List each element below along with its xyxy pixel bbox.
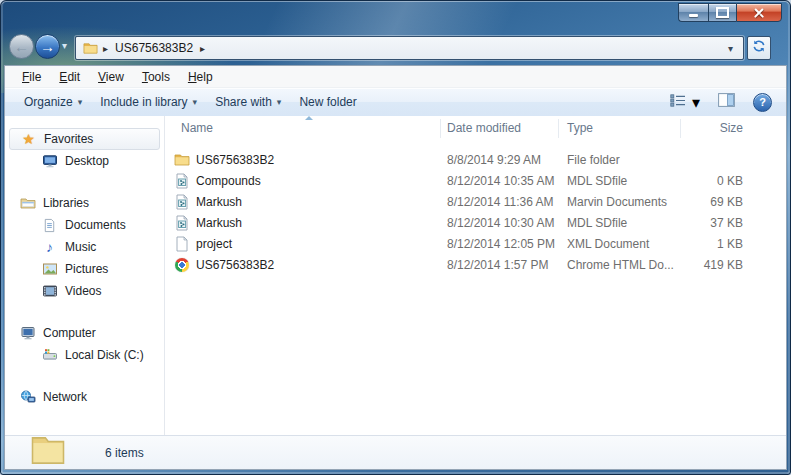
maximize-icon bbox=[716, 7, 729, 18]
back-button[interactable]: ← bbox=[9, 34, 34, 59]
explorer-body: ★ Favorites Desktop Libraries bbox=[5, 116, 786, 436]
sidebar-item-network[interactable]: Network bbox=[5, 386, 164, 408]
preview-pane-button[interactable] bbox=[714, 90, 739, 114]
sidebar-item-label: Network bbox=[43, 390, 87, 404]
file-row[interactable]: project 8/12/2014 12:05 PM XML Document … bbox=[165, 233, 786, 254]
breadcrumb-separator-icon[interactable]: ▸ bbox=[98, 43, 113, 54]
file-row[interactable]: Compounds 8/12/2014 10:35 AM MDL SDfile … bbox=[165, 170, 786, 191]
command-toolbar: Organize ▾ Include in library ▾ Share wi… bbox=[5, 88, 786, 117]
minimize-button[interactable] bbox=[678, 3, 708, 22]
folder-icon bbox=[174, 152, 190, 168]
preview-pane-icon bbox=[718, 93, 735, 111]
sidebar-item-label: Desktop bbox=[65, 154, 109, 168]
client-area: File Edit View Tools Help Organize ▾ Inc… bbox=[4, 65, 787, 470]
column-header-type[interactable]: Type bbox=[559, 119, 681, 138]
sidebar-item-computer[interactable]: Computer bbox=[5, 322, 164, 344]
sdfile-icon bbox=[174, 173, 190, 189]
star-icon: ★ bbox=[20, 131, 37, 147]
computer-icon bbox=[19, 325, 36, 341]
breadcrumb-current-folder[interactable]: US6756383B2 bbox=[113, 41, 195, 55]
local-disk-icon bbox=[41, 347, 58, 363]
change-view-button[interactable]: ▾ bbox=[666, 90, 704, 115]
sidebar-item-pictures[interactable]: Pictures bbox=[5, 258, 164, 280]
menu-edit[interactable]: Edit bbox=[50, 67, 89, 87]
file-list-pane: Name Date modified Type Size US6756383B2 bbox=[165, 116, 786, 436]
file-type: Chrome HTML Do... bbox=[559, 258, 681, 272]
chevron-down-icon: ▾ bbox=[277, 97, 282, 107]
menu-tools[interactable]: Tools bbox=[133, 67, 179, 87]
help-icon: ? bbox=[753, 93, 772, 112]
sidebar-item-videos[interactable]: Videos bbox=[5, 280, 164, 302]
sidebar-item-favorites[interactable]: ★ Favorites bbox=[9, 128, 160, 150]
address-history-dropdown[interactable]: ▾ bbox=[724, 43, 737, 54]
sidebar-item-music[interactable]: ♪ Music bbox=[5, 236, 164, 258]
organize-button[interactable]: Organize ▾ bbox=[15, 92, 91, 112]
breadcrumb-separator-icon[interactable]: ▸ bbox=[195, 43, 210, 54]
file-date-modified: 8/12/2014 11:36 AM bbox=[441, 195, 559, 209]
chrome-icon bbox=[174, 257, 190, 273]
status-bar: 6 items bbox=[5, 435, 786, 469]
file-rows: US6756383B2 8/8/2014 9:29 AM File folder… bbox=[165, 149, 786, 275]
sidebar-item-desktop[interactable]: Desktop bbox=[5, 150, 164, 172]
file-size: 419 KB bbox=[681, 258, 751, 272]
address-bar[interactable]: ▸ US6756383B2 ▸ ▾ bbox=[75, 36, 744, 60]
refresh-button[interactable] bbox=[747, 36, 771, 60]
file-row[interactable]: US6756383B2 8/12/2014 1:57 PM Chrome HTM… bbox=[165, 254, 786, 275]
file-name: Markush bbox=[196, 216, 242, 230]
chevron-down-icon: ▾ bbox=[692, 93, 700, 112]
sidebar-item-label: Libraries bbox=[43, 196, 89, 210]
sidebar-item-label: Documents bbox=[65, 218, 126, 232]
sidebar-item-local-disk-c[interactable]: Local Disk (C:) bbox=[5, 344, 164, 366]
file-type: MDL SDfile bbox=[559, 216, 681, 230]
forward-button[interactable]: → bbox=[35, 34, 60, 59]
sidebar-item-label: Videos bbox=[65, 284, 101, 298]
address-folder-icon bbox=[82, 40, 98, 56]
documents-icon bbox=[41, 218, 58, 233]
file-type: File folder bbox=[559, 153, 681, 167]
include-in-library-button[interactable]: Include in library ▾ bbox=[91, 92, 206, 112]
column-header-size[interactable]: Size bbox=[681, 119, 751, 138]
file-type: MDL SDfile bbox=[559, 174, 681, 188]
file-name: Compounds bbox=[196, 174, 261, 188]
file-row[interactable]: Markush 8/12/2014 11:36 AM Marvin Docume… bbox=[165, 191, 786, 212]
refresh-icon bbox=[752, 39, 766, 57]
sidebar-item-label: Pictures bbox=[65, 262, 108, 276]
close-button[interactable] bbox=[736, 3, 782, 22]
sdfile-icon bbox=[174, 194, 190, 210]
network-icon bbox=[19, 389, 36, 405]
close-icon bbox=[753, 7, 765, 19]
file-date-modified: 8/12/2014 1:57 PM bbox=[441, 258, 559, 272]
sdfile-icon bbox=[174, 215, 190, 231]
file-name: US6756383B2 bbox=[196, 153, 274, 167]
music-note-icon: ♪ bbox=[41, 239, 58, 255]
menu-help[interactable]: Help bbox=[179, 67, 222, 87]
sort-ascending-icon bbox=[305, 116, 313, 120]
file-type: XML Document bbox=[559, 237, 681, 251]
file-size: 37 KB bbox=[681, 216, 751, 230]
minimize-icon bbox=[689, 14, 698, 17]
new-folder-label: New folder bbox=[299, 95, 356, 109]
sidebar-item-documents[interactable]: Documents bbox=[5, 214, 164, 236]
file-row[interactable]: US6756383B2 8/8/2014 9:29 AM File folder bbox=[165, 149, 786, 170]
file-size: 69 KB bbox=[681, 195, 751, 209]
file-date-modified: 8/12/2014 10:30 AM bbox=[441, 216, 559, 230]
navigation-pane: ★ Favorites Desktop Libraries bbox=[5, 116, 165, 436]
column-header-name[interactable]: Name bbox=[165, 119, 441, 138]
column-header-date-modified[interactable]: Date modified bbox=[441, 119, 559, 138]
share-with-button[interactable]: Share with ▾ bbox=[206, 92, 290, 112]
xml-document-icon bbox=[174, 236, 190, 252]
menu-file[interactable]: File bbox=[13, 67, 50, 87]
sidebar-item-libraries[interactable]: Libraries bbox=[5, 192, 164, 214]
maximize-button[interactable] bbox=[708, 3, 736, 22]
menu-view[interactable]: View bbox=[89, 67, 133, 87]
videos-icon bbox=[41, 283, 58, 299]
forward-arrow-icon: → bbox=[40, 38, 55, 55]
help-button[interactable]: ? bbox=[749, 90, 776, 115]
recent-pages-dropdown[interactable]: ▾ bbox=[62, 40, 67, 51]
file-row[interactable]: Markush 8/12/2014 10:30 AM MDL SDfile 37… bbox=[165, 212, 786, 233]
sidebar-item-label: Computer bbox=[43, 326, 96, 340]
file-size: 0 KB bbox=[681, 174, 751, 188]
file-size: 1 KB bbox=[681, 237, 751, 251]
explorer-window: ← → ▾ ▸ US6756383B2 ▸ ▾ File Edit View T… bbox=[0, 0, 791, 475]
new-folder-button[interactable]: New folder bbox=[290, 92, 365, 112]
